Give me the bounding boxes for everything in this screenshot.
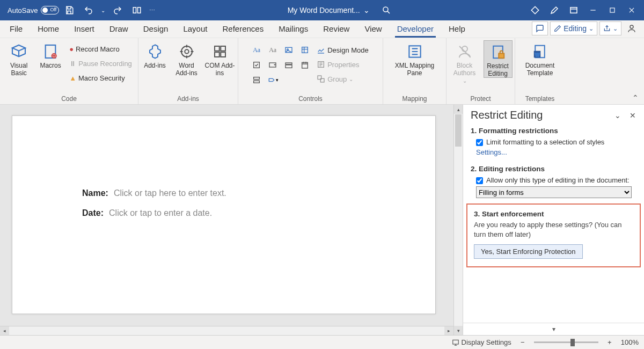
com-addins-icon bbox=[211, 42, 229, 61]
zoom-level[interactable]: 100% bbox=[621, 338, 639, 346]
ribbon-tabs: File Home Insert Draw Design Layout Refe… bbox=[0, 20, 644, 38]
overflow-icon[interactable]: ⋯ bbox=[147, 1, 157, 19]
properties-icon bbox=[317, 60, 325, 69]
formatting-settings-link[interactable]: Settings... bbox=[476, 148, 636, 156]
svg-point-28 bbox=[462, 46, 467, 52]
plain-text-control-icon[interactable]: Aa bbox=[266, 43, 279, 56]
editing-type-select[interactable]: Filling in forms bbox=[476, 186, 632, 198]
repeating-section-control-icon[interactable] bbox=[250, 74, 263, 86]
tab-view[interactable]: View bbox=[357, 21, 389, 38]
svg-rect-0 bbox=[134, 8, 136, 13]
tab-draw[interactable]: Draw bbox=[102, 21, 136, 38]
page[interactable]: Name: Click or tap here to enter text. D… bbox=[12, 115, 436, 314]
scroll-down-icon[interactable]: ▾ bbox=[454, 326, 463, 335]
scroll-right-icon[interactable]: ▸ bbox=[444, 326, 453, 335]
group-label-addins: Add-ins bbox=[142, 93, 235, 104]
undo-dropdown-icon[interactable]: ⌄ bbox=[99, 1, 107, 19]
tab-design[interactable]: Design bbox=[136, 21, 176, 38]
visual-basic-button[interactable]: Visual Basic bbox=[4, 40, 34, 77]
account-icon[interactable] bbox=[624, 21, 640, 35]
pane-options-icon[interactable]: ⌄ bbox=[612, 110, 624, 121]
vertical-scrollbar[interactable]: ▴ ▾ bbox=[453, 105, 463, 335]
window-icon[interactable] bbox=[565, 1, 583, 19]
tab-review[interactable]: Review bbox=[316, 21, 357, 38]
date-field[interactable]: Click or tap to enter a date. bbox=[109, 208, 212, 218]
group-label-code: Code bbox=[3, 93, 135, 104]
svg-rect-30 bbox=[499, 54, 504, 59]
redo-icon[interactable] bbox=[108, 1, 127, 19]
date-control-icon[interactable] bbox=[298, 59, 311, 71]
checkbox-control-icon[interactable] bbox=[250, 59, 263, 71]
svg-rect-4 bbox=[610, 8, 614, 12]
horizontal-scrollbar[interactable]: ◂ ▸ bbox=[0, 326, 453, 335]
scroll-left-icon[interactable]: ◂ bbox=[0, 326, 9, 335]
pane-close-icon[interactable]: ✕ bbox=[627, 110, 639, 121]
design-mode-button[interactable]: Design Mode bbox=[314, 43, 371, 56]
search-icon[interactable] bbox=[377, 1, 396, 19]
legacy-tools-icon[interactable]: ▾ bbox=[266, 74, 279, 86]
enforcement-prompt: Are you ready to apply these settings? (… bbox=[474, 220, 633, 239]
document-template-button[interactable]: W Document Template bbox=[519, 40, 560, 77]
editing-mode-button[interactable]: Editing ⌄ bbox=[550, 21, 597, 35]
tab-home[interactable]: Home bbox=[30, 21, 67, 38]
share-button[interactable]: ⌄ bbox=[599, 21, 621, 35]
start-enforcing-protection-button[interactable]: Yes, Start Enforcing Protection bbox=[474, 244, 583, 259]
scrollbar-thumb[interactable] bbox=[455, 114, 462, 147]
paintbrush-icon[interactable] bbox=[545, 1, 564, 19]
xml-mapping-pane-button[interactable]: XML Mapping Pane bbox=[389, 40, 441, 77]
com-addins-button[interactable]: COM Add-ins bbox=[205, 40, 235, 77]
svg-rect-19 bbox=[286, 63, 292, 64]
svg-rect-12 bbox=[215, 52, 219, 57]
macros-button[interactable]: Macros bbox=[37, 40, 64, 69]
svg-point-8 bbox=[181, 46, 192, 57]
combobox-control-icon[interactable] bbox=[266, 59, 279, 71]
zoom-slider[interactable] bbox=[534, 341, 598, 343]
status-bar: Display Settings − + 100% bbox=[0, 335, 644, 349]
tab-layout[interactable]: Layout bbox=[175, 21, 215, 38]
addins-button[interactable]: Add-ins bbox=[142, 40, 169, 69]
toggle-switch[interactable]: Off bbox=[41, 6, 59, 14]
picture-control-icon[interactable] bbox=[282, 43, 295, 56]
word-addins-icon bbox=[178, 42, 196, 61]
group-button[interactable]: Group⌄ bbox=[314, 72, 371, 85]
rich-text-control-icon[interactable]: Aa bbox=[250, 43, 263, 56]
restrict-editing-pane: Restrict Editing ⌄ ✕ 1. Formatting restr… bbox=[463, 105, 644, 335]
tab-insert[interactable]: Insert bbox=[67, 21, 102, 38]
undo-icon[interactable] bbox=[79, 1, 98, 19]
close-icon[interactable] bbox=[623, 1, 641, 19]
document-title[interactable]: My Word Document... ⌄ bbox=[288, 6, 370, 14]
document-area[interactable]: Name: Click or tap here to enter text. D… bbox=[0, 105, 453, 335]
collapse-ribbon-icon[interactable]: ⌃ bbox=[632, 93, 639, 102]
word-addins-button[interactable]: Word Add-ins bbox=[172, 40, 202, 77]
minimize-icon[interactable] bbox=[584, 1, 602, 19]
restrict-editing-icon bbox=[489, 43, 507, 61]
zoom-in-button[interactable]: + bbox=[606, 338, 613, 346]
tab-mailings[interactable]: Mailings bbox=[271, 21, 316, 38]
quick-access-icon[interactable] bbox=[128, 1, 146, 19]
diamond-icon[interactable] bbox=[526, 1, 544, 19]
save-icon[interactable] bbox=[60, 1, 78, 19]
pane-footer-expand[interactable]: ▾ bbox=[463, 323, 644, 335]
limit-formatting-checkbox[interactable]: Limit formatting to a selection of style… bbox=[476, 138, 636, 146]
zoom-slider-handle[interactable] bbox=[570, 339, 575, 346]
maximize-icon[interactable] bbox=[603, 1, 621, 19]
record-macro-button[interactable]: ●Record Macro bbox=[67, 42, 134, 55]
properties-button[interactable]: Properties bbox=[314, 58, 371, 71]
allow-only-editing-checkbox[interactable]: Allow only this type of editing in the d… bbox=[476, 176, 636, 184]
macro-security-button[interactable]: ▲Macro Security bbox=[67, 71, 134, 84]
tab-developer[interactable]: Developer bbox=[390, 21, 441, 38]
scroll-up-icon[interactable]: ▴ bbox=[454, 105, 463, 114]
dropdown-control-icon[interactable] bbox=[282, 59, 295, 71]
building-block-control-icon[interactable] bbox=[298, 43, 311, 56]
name-field[interactable]: Click or tap here to enter text. bbox=[114, 188, 226, 198]
tab-file[interactable]: File bbox=[2, 21, 30, 38]
zoom-out-button[interactable]: − bbox=[519, 338, 526, 346]
comments-button[interactable] bbox=[532, 21, 548, 35]
restrict-editing-button[interactable]: Restrict Editing bbox=[484, 40, 513, 78]
autosave-toggle[interactable]: AutoSave Off bbox=[3, 6, 59, 14]
tab-references[interactable]: References bbox=[215, 21, 271, 38]
tab-help[interactable]: Help bbox=[441, 21, 473, 38]
visual-basic-icon bbox=[10, 42, 28, 61]
svg-rect-23 bbox=[254, 81, 260, 83]
display-settings-button[interactable]: Display Settings bbox=[452, 338, 511, 346]
